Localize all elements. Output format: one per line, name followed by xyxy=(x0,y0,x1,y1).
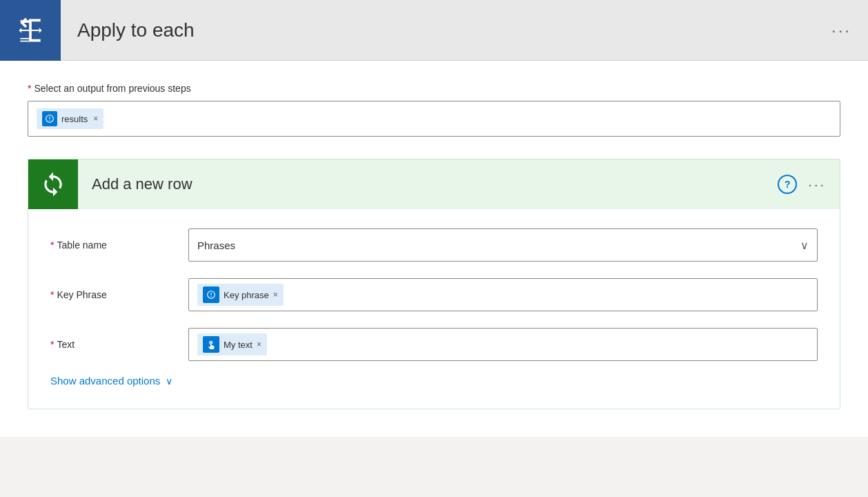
touch-icon xyxy=(206,340,216,349)
text-field[interactable]: My text × xyxy=(188,328,818,361)
key-phrase-tag-close[interactable]: × xyxy=(273,290,278,300)
results-tag: results × xyxy=(37,108,103,129)
info-button[interactable]: ? xyxy=(778,175,797,194)
header-more-button[interactable]: ··· xyxy=(831,21,868,40)
card-header: Add a new row ? ··· xyxy=(28,159,840,209)
table-name-label: *Table name xyxy=(50,240,188,251)
key-phrase-row: *Key Phrase Key phrase × xyxy=(50,275,818,314)
loop-icon xyxy=(15,15,46,46)
key-phrase-tag-icon xyxy=(203,286,219,303)
main-content: *Select an output from previous steps re… xyxy=(0,61,868,437)
header-title: Apply to each xyxy=(77,19,831,41)
advanced-options-chevron: ∨ xyxy=(166,376,172,387)
table-name-chevron: ∨ xyxy=(800,239,809,252)
output-section-label: *Select an output from previous steps xyxy=(28,83,840,94)
key-phrase-tag-text: Key phrase xyxy=(224,290,269,300)
key-phrase-tag: Key phrase × xyxy=(197,284,284,306)
results-tag-text: results xyxy=(61,114,88,124)
my-text-tag: My text × xyxy=(197,333,267,355)
my-text-tag-close[interactable]: × xyxy=(257,340,262,349)
text-label: *Text xyxy=(50,339,188,350)
results-tag-close[interactable]: × xyxy=(93,114,98,124)
table-name-value: Phrases xyxy=(197,240,235,251)
advanced-options-label: Show advanced options xyxy=(50,375,160,387)
my-text-tag-text: My text xyxy=(224,340,253,350)
table-name-required: * xyxy=(50,240,54,251)
tag-icon xyxy=(42,111,57,126)
table-name-dropdown[interactable]: Phrases ∨ xyxy=(188,228,818,262)
key-phrase-field[interactable]: Key phrase × xyxy=(188,278,818,311)
key-phrase-required: * xyxy=(50,289,54,300)
show-advanced-options[interactable]: Show advanced options ∨ xyxy=(50,375,818,387)
connector-circular-icon xyxy=(40,171,66,197)
output-field[interactable]: results × xyxy=(28,101,840,137)
card-actions: ? ··· xyxy=(778,175,840,194)
my-text-tag-icon xyxy=(203,336,219,353)
card-body: *Table name Phrases ∨ *Key Phrase xyxy=(28,209,840,409)
header-icon xyxy=(0,0,61,61)
connector-icon xyxy=(45,114,55,124)
text-row: *Text My text × xyxy=(50,325,818,364)
brain-icon xyxy=(206,290,216,300)
apply-to-each-header: Apply to each ··· xyxy=(0,0,868,61)
card-header-icon xyxy=(28,159,78,209)
card-title: Add a new row xyxy=(92,175,778,193)
table-name-row: *Table name Phrases ∨ xyxy=(50,226,818,264)
card-more-button[interactable]: ··· xyxy=(808,177,826,193)
text-required: * xyxy=(50,339,54,350)
key-phrase-label: *Key Phrase xyxy=(50,289,188,300)
add-new-row-card: Add a new row ? ··· *Table name Phrases … xyxy=(28,159,840,409)
required-star: * xyxy=(28,83,31,94)
